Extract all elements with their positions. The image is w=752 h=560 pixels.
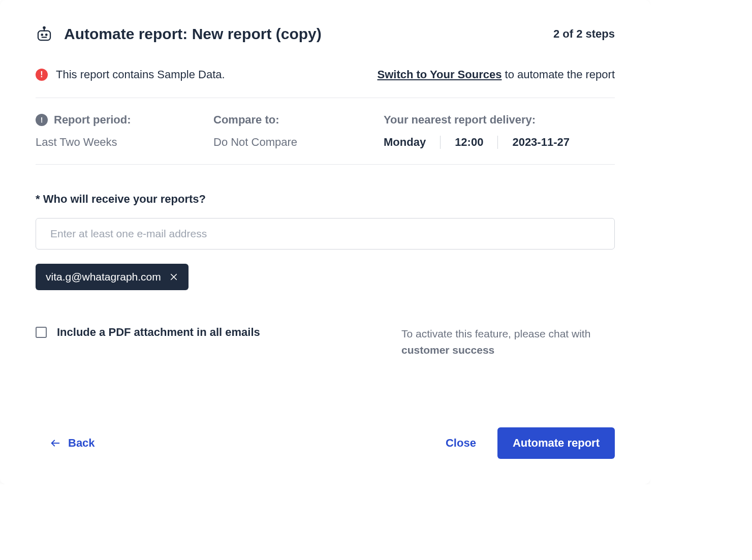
recipients-label: * Who will receive your reports? — [36, 193, 615, 206]
switch-sources-link[interactable]: Switch to Your Sources — [378, 68, 502, 81]
pdf-attachment-row: Include a PDF attachment in all emails T… — [36, 326, 615, 358]
svg-rect-2 — [38, 31, 50, 40]
recipients-input[interactable] — [36, 218, 615, 250]
compare-to-value: Do Not Compare — [213, 136, 384, 149]
svg-point-4 — [46, 34, 47, 36]
report-period-label: Report period: — [54, 113, 131, 127]
compare-to-label: Compare to: — [213, 113, 279, 127]
pdf-note-prefix: To activate this feature, please chat wi… — [401, 328, 590, 339]
info-row: ! Report period: Last Two Weeks Compare … — [36, 98, 615, 165]
modal-title: Automate report: New report (copy) — [64, 25, 322, 43]
warning-left: ! This report contains Sample Data. — [36, 68, 225, 81]
close-icon — [169, 272, 178, 282]
delivery-label: Your nearest report delivery: — [384, 113, 536, 127]
info-icon: ! — [36, 114, 48, 126]
recipient-chips: vita.g@whatagraph.com — [36, 264, 615, 290]
footer-right: Close Automate report — [441, 427, 615, 459]
modal-header: Automate report: New report (copy) 2 of … — [36, 25, 615, 43]
sample-data-warning: ! This report contains Sample Data. Swit… — [36, 68, 615, 98]
close-button[interactable]: Close — [441, 431, 481, 455]
back-button-label: Back — [68, 437, 95, 450]
delivery-date: 2023-11-27 — [497, 136, 584, 149]
delivery-time: 12:00 — [440, 136, 497, 149]
pdf-left: Include a PDF attachment in all emails — [36, 326, 260, 339]
robot-icon — [36, 25, 53, 43]
delivery-day: Monday — [384, 136, 440, 149]
recipients-section: * Who will receive your reports? vita.g@… — [36, 193, 615, 290]
header-left: Automate report: New report (copy) — [36, 25, 322, 43]
pdf-attachment-checkbox[interactable] — [36, 327, 47, 338]
automate-report-button[interactable]: Automate report — [497, 427, 615, 459]
modal-footer: Back Close Automate report — [36, 402, 615, 459]
pdf-attachment-label: Include a PDF attachment in all emails — [57, 326, 260, 339]
warning-suffix: to automate the report — [505, 68, 615, 81]
compare-to-block: Compare to: Do Not Compare — [213, 113, 384, 149]
alert-icon: ! — [36, 69, 48, 81]
warning-text: This report contains Sample Data. — [56, 68, 225, 81]
recipient-chip: vita.g@whatagraph.com — [36, 264, 189, 290]
delivery-values: Monday 12:00 2023-11-27 — [384, 136, 615, 149]
svg-point-3 — [41, 34, 43, 36]
arrow-left-icon — [50, 438, 61, 449]
pdf-activation-note: To activate this feature, please chat wi… — [401, 326, 615, 358]
automate-report-modal: Automate report: New report (copy) 2 of … — [0, 0, 650, 484]
report-period-value: Last Two Weeks — [36, 136, 213, 149]
delivery-block: Your nearest report delivery: Monday 12:… — [384, 113, 615, 149]
remove-recipient-button[interactable] — [169, 272, 178, 282]
warning-right: Switch to Your Sources to automate the r… — [378, 68, 615, 81]
recipient-chip-label: vita.g@whatagraph.com — [46, 271, 161, 283]
pdf-note-strong: customer success — [401, 344, 494, 356]
step-indicator: 2 of 2 steps — [553, 27, 615, 41]
report-period-block: ! Report period: Last Two Weeks — [36, 113, 213, 149]
back-button[interactable]: Back — [36, 431, 109, 455]
